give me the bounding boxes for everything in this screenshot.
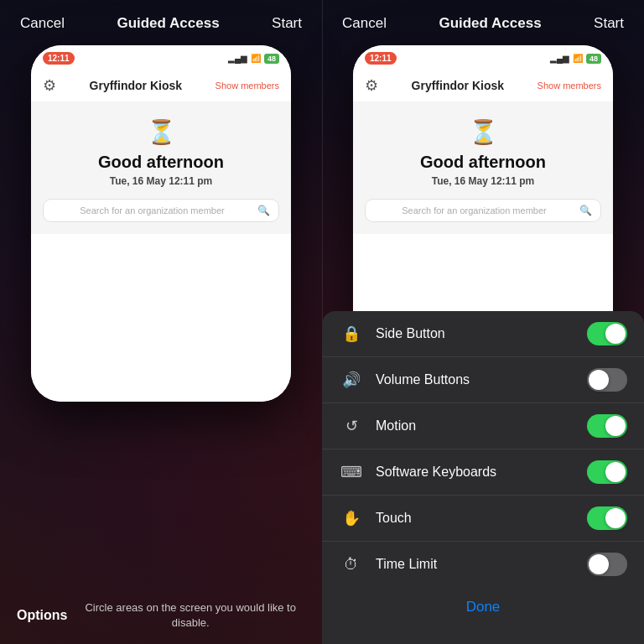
option-label-4: Touch	[376, 511, 587, 526]
left-app-body	[31, 234, 291, 402]
left-cancel-button[interactable]: Cancel	[20, 15, 65, 32]
option-label-5: Time Limit	[376, 557, 587, 572]
left-status-bar: 12:11 ▂▄▆ 📶 48	[31, 45, 291, 68]
right-search-placeholder: Search for an organization member	[374, 205, 574, 216]
right-panel: Cancel Guided Access Start 12:11 ▂▄▆ 📶 4…	[322, 0, 644, 644]
left-panel: Cancel Guided Access Start 12:11 ▂▄▆ 📶 4…	[0, 0, 322, 644]
toggle-5[interactable]	[587, 553, 627, 576]
right-cancel-button[interactable]: Cancel	[342, 15, 387, 32]
left-show-members-button[interactable]: Show members	[216, 80, 279, 91]
right-greeting: Good afternoon	[365, 153, 601, 172]
right-hourglass-icon: ⏳	[365, 118, 601, 146]
toggle-0[interactable]	[587, 322, 627, 345]
done-button[interactable]: Done	[322, 587, 644, 627]
toggle-3[interactable]	[587, 460, 627, 484]
option-row-0: 🔒 Side Button	[322, 311, 644, 357]
option-rows: 🔒 Side Button 🔊 Volume Buttons ↺ Motion …	[322, 311, 644, 587]
toggle-4[interactable]	[587, 506, 627, 530]
right-app-header: ⚙ Gryffindor Kiosk Show members	[353, 68, 613, 101]
left-start-button[interactable]: Start	[272, 15, 302, 32]
right-app-content: ⏳ Good afternoon Tue, 16 May 12:11 pm Se…	[353, 101, 613, 234]
right-status-bar: 12:11 ▂▄▆ 📶 48	[353, 45, 613, 68]
right-search-icon: 🔍	[579, 205, 592, 216]
right-start-button[interactable]: Start	[594, 15, 624, 32]
option-icon-2: ↺	[339, 417, 364, 435]
left-kiosk-name: Gryffindor Kiosk	[90, 79, 182, 92]
option-row-2: ↺ Motion	[322, 403, 644, 449]
left-phone-mockup: 12:11 ▂▄▆ 📶 48 ⚙ Gryffindor Kiosk Show m…	[31, 45, 291, 402]
option-icon-3: ⌨	[339, 463, 364, 481]
option-icon-0: 🔒	[339, 325, 364, 343]
left-search-bar[interactable]: Search for an organization member 🔍	[43, 199, 279, 222]
option-label-1: Volume Buttons	[376, 372, 587, 387]
panels-container: Cancel Guided Access Start 12:11 ▂▄▆ 📶 4…	[0, 0, 644, 644]
left-date-line: Tue, 16 May 12:11 pm	[43, 175, 279, 187]
option-row-4: ✋ Touch	[322, 496, 644, 542]
option-row-1: 🔊 Volume Buttons	[322, 357, 644, 403]
right-signal-icon: ▂▄▆	[550, 54, 569, 63]
option-label-3: Software Keyboards	[376, 465, 587, 480]
wifi-icon: 📶	[251, 54, 261, 63]
left-nav-title: Guided Access	[117, 15, 219, 32]
toggle-1[interactable]	[587, 368, 627, 392]
option-icon-1: 🔊	[339, 371, 364, 389]
right-status-time: 12:11	[365, 52, 397, 65]
right-wifi-icon: 📶	[573, 54, 583, 63]
toggle-2[interactable]	[587, 414, 627, 438]
option-label-2: Motion	[376, 418, 587, 434]
options-label[interactable]: Options	[17, 608, 67, 623]
options-hint: Circle areas on the screen you would lik…	[75, 600, 305, 631]
left-status-time: 12:11	[43, 52, 75, 65]
option-row-3: ⌨ Software Keyboards	[322, 449, 644, 496]
option-row-5: ⏱ Time Limit	[322, 542, 644, 587]
battery-badge: 48	[264, 54, 279, 64]
left-search-icon: 🔍	[257, 205, 270, 216]
right-nav: Cancel Guided Access Start	[322, 0, 644, 42]
hourglass-icon: ⏳	[43, 118, 279, 146]
right-search-bar[interactable]: Search for an organization member 🔍	[365, 199, 601, 222]
left-app-header: ⚙ Gryffindor Kiosk Show members	[31, 68, 291, 101]
right-nav-title: Guided Access	[439, 15, 541, 32]
right-date-line: Tue, 16 May 12:11 pm	[365, 175, 601, 187]
left-nav: Cancel Guided Access Start	[0, 0, 322, 42]
right-battery-badge: 48	[586, 54, 601, 64]
left-status-icons: ▂▄▆ 📶 48	[228, 54, 279, 64]
right-show-members-button[interactable]: Show members	[538, 80, 601, 91]
left-search-placeholder: Search for an organization member	[52, 205, 252, 216]
options-overlay: 🔒 Side Button 🔊 Volume Buttons ↺ Motion …	[322, 311, 644, 644]
option-icon-5: ⏱	[339, 556, 364, 574]
left-options-bar: Options Circle areas on the screen you w…	[0, 587, 322, 644]
right-settings-icon[interactable]: ⚙	[365, 76, 378, 95]
right-kiosk-name: Gryffindor Kiosk	[412, 79, 504, 92]
left-app-content: ⏳ Good afternoon Tue, 16 May 12:11 pm Se…	[31, 101, 291, 234]
option-icon-4: ✋	[339, 509, 364, 527]
option-label-0: Side Button	[376, 326, 587, 341]
right-status-icons: ▂▄▆ 📶 48	[550, 54, 601, 64]
settings-icon[interactable]: ⚙	[43, 76, 56, 95]
signal-icon: ▂▄▆	[228, 54, 247, 63]
left-greeting: Good afternoon	[43, 153, 279, 172]
